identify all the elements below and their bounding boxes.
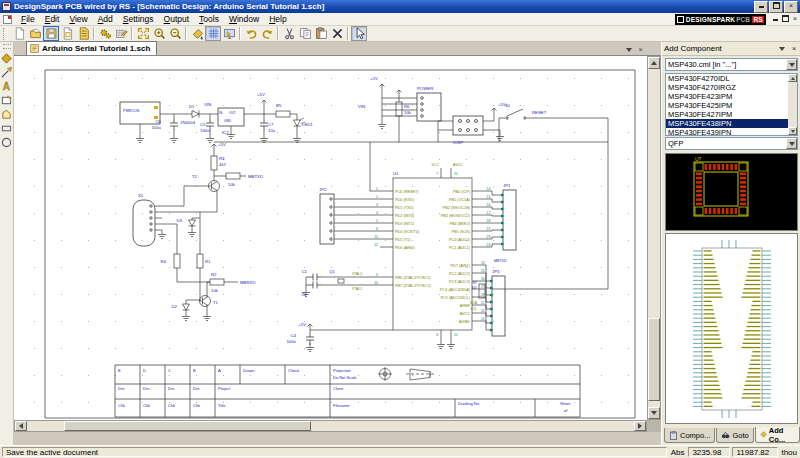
component-list-item[interactable]: MSP430FE427IPM bbox=[666, 110, 797, 119]
mdi-restore-icon[interactable] bbox=[780, 15, 790, 24]
paste-button[interactable] bbox=[313, 26, 329, 41]
close-icon[interactable]: × bbox=[784, 1, 798, 13]
vscroll-thumb[interactable] bbox=[648, 318, 660, 401]
schematic-label: D bbox=[143, 368, 146, 373]
zoom-out-button[interactable] bbox=[167, 26, 183, 41]
minimize-icon[interactable] bbox=[754, 1, 768, 13]
restore-icon[interactable] bbox=[769, 1, 783, 13]
delete-button[interactable] bbox=[329, 26, 345, 41]
color-fill-button[interactable] bbox=[189, 26, 205, 41]
dock-menu-icon[interactable] bbox=[624, 45, 633, 54]
schematic-label: AGND bbox=[459, 320, 470, 324]
add-text-button[interactable] bbox=[0, 80, 13, 93]
schematic-canvas[interactable]: PWRCONVIND11N4004C6100uC5100nINOUTGNDIC2… bbox=[14, 56, 647, 420]
projection-symbol bbox=[378, 367, 434, 381]
schematic-label: LED1 bbox=[302, 122, 313, 127]
display-settings-button[interactable] bbox=[221, 26, 237, 41]
schematic-label: 10k bbox=[228, 182, 236, 187]
horizontal-scrollbar[interactable] bbox=[14, 420, 647, 432]
new-design-button[interactable] bbox=[59, 26, 75, 41]
menu-item-output[interactable]: Output bbox=[159, 13, 195, 25]
menu-item-edit[interactable]: Edit bbox=[40, 13, 65, 25]
add-shape-line-icon bbox=[1, 123, 12, 134]
mdi-close-icon[interactable]: × bbox=[790, 15, 800, 24]
undo-button[interactable] bbox=[243, 26, 259, 41]
component-list-item[interactable]: MSP430FE425IPM bbox=[666, 101, 797, 110]
cut-button[interactable] bbox=[281, 26, 297, 41]
paste-icon bbox=[315, 27, 328, 40]
schematic-label: 14 bbox=[487, 187, 491, 191]
panel-close-icon[interactable]: × bbox=[789, 44, 799, 54]
panel-menu-icon[interactable] bbox=[777, 44, 787, 54]
schematic-label: PB1 (OC1A) bbox=[449, 198, 471, 202]
component-list-scrollbar[interactable] bbox=[788, 74, 797, 135]
add-shape-polygon-icon bbox=[1, 109, 12, 120]
design-technology-button[interactable] bbox=[113, 26, 129, 41]
hscroll-thumb[interactable] bbox=[64, 421, 311, 431]
menu-item-tools[interactable]: Tools bbox=[194, 13, 224, 25]
grid-toggle-button[interactable] bbox=[205, 26, 221, 41]
component-list-item[interactable]: MSP430FE423IPM bbox=[666, 92, 797, 101]
package-combo-dropdown-icon[interactable] bbox=[786, 138, 797, 149]
component-list[interactable]: MSP430F4270IDLMSP430F4270IRGZMSP430FE423… bbox=[665, 73, 798, 136]
schematic-label: 18 bbox=[487, 219, 491, 223]
tab-goto-label: Goto bbox=[732, 431, 748, 440]
tab-goto[interactable]: Goto bbox=[716, 428, 753, 443]
tab-components[interactable]: Compo... bbox=[664, 428, 715, 443]
menu-item-file[interactable]: File bbox=[16, 13, 40, 25]
component-list-item[interactable]: MSP430FE439IPN bbox=[666, 128, 797, 136]
menu-item-view[interactable]: View bbox=[64, 13, 92, 25]
component-list-item[interactable]: MSP430F4270IDL bbox=[666, 74, 797, 83]
panel-title: Add Component bbox=[664, 44, 722, 53]
dock-close-icon[interactable]: × bbox=[636, 45, 645, 54]
schematic-label: 2 bbox=[376, 195, 378, 199]
schematic-label: +5V bbox=[298, 322, 306, 327]
menu-item-help[interactable]: Help bbox=[264, 13, 291, 25]
vertical-scrollbar[interactable] bbox=[647, 56, 661, 420]
redo-button[interactable] bbox=[259, 26, 275, 41]
new-document-button[interactable] bbox=[11, 26, 27, 41]
save-document-button[interactable] bbox=[43, 26, 59, 41]
tab-add-component[interactable]: Add Co... bbox=[755, 427, 800, 443]
toolbar-drag-handle[interactable] bbox=[3, 28, 8, 40]
symbol-preview[interactable] bbox=[665, 233, 798, 424]
package-combo[interactable]: QFP bbox=[665, 137, 798, 150]
brand-badge: RS bbox=[752, 16, 764, 23]
add-shape-circle-button[interactable] bbox=[0, 136, 13, 149]
design-browser-button[interactable] bbox=[75, 26, 91, 41]
settings-button[interactable] bbox=[97, 26, 113, 41]
component-list-item[interactable]: MSP430F4270IRGZ bbox=[666, 83, 797, 92]
add-shape-polygon-button[interactable] bbox=[0, 108, 13, 121]
menu-item-window[interactable]: Window bbox=[224, 13, 264, 25]
library-combo-dropdown-icon[interactable] bbox=[786, 59, 797, 70]
toolbar-separator bbox=[239, 27, 241, 40]
add-component-mode-button[interactable] bbox=[0, 52, 13, 65]
sidebar-drag-handle[interactable] bbox=[3, 44, 11, 49]
add-connection-button[interactable] bbox=[0, 66, 13, 79]
select-mode-button[interactable] bbox=[351, 26, 367, 41]
document-system-menu-icon[interactable] bbox=[3, 15, 12, 24]
library-combo[interactable]: MSP430.cml [in "..."] bbox=[665, 58, 798, 71]
menu-item-add[interactable]: Add bbox=[93, 13, 118, 25]
open-document-button[interactable] bbox=[27, 26, 43, 41]
schematic-label: RESET bbox=[532, 110, 547, 115]
schematic-label: 100n bbox=[200, 128, 210, 133]
zoom-in-button[interactable] bbox=[151, 26, 167, 41]
schematic-label: Drn bbox=[143, 386, 149, 391]
schematic-label: PB2 (SS/OC1B) bbox=[443, 206, 471, 210]
schematic-label: 21 bbox=[481, 301, 485, 305]
footprint-preview[interactable]: U? bbox=[665, 153, 798, 231]
component-list-item[interactable]: MSP430FE438IPN bbox=[666, 119, 797, 128]
zoom-extents-button[interactable] bbox=[135, 26, 151, 41]
schematic-label: VIN bbox=[204, 102, 211, 107]
tab-add-component-label: Add Co... bbox=[769, 426, 795, 444]
mdi-minimize-icon[interactable] bbox=[770, 15, 780, 24]
document-tab-bar: Arduino Serial Tutorial 1.sch × bbox=[14, 42, 661, 56]
copy-button[interactable] bbox=[297, 26, 313, 41]
add-shape-line-button[interactable] bbox=[0, 122, 13, 135]
document-tab[interactable]: Arduino Serial Tutorial 1.sch bbox=[26, 41, 157, 55]
menu-item-settings[interactable]: Settings bbox=[118, 13, 159, 25]
delete-icon bbox=[331, 27, 344, 40]
add-shape-rectangle-button[interactable] bbox=[0, 94, 13, 107]
schematic-label: PB4 (MISO) bbox=[450, 222, 471, 226]
